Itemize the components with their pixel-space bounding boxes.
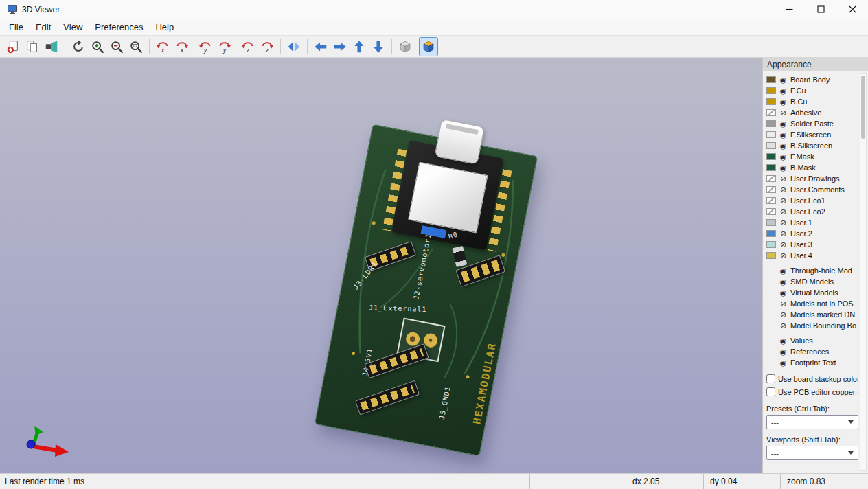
layer-color-swatch[interactable] [766, 87, 776, 94]
visibility-eye-icon[interactable]: ◉ [779, 337, 788, 345]
raytracing-render-button[interactable] [42, 37, 61, 56]
visibility-eye-icon[interactable]: ⊘ [779, 299, 788, 308]
layer-color-swatch[interactable] [766, 76, 776, 83]
layer-color-swatch[interactable] [766, 98, 776, 105]
layer-row[interactable]: ⊘ Adhesive [766, 107, 858, 118]
layer-color-swatch[interactable] [766, 109, 776, 116]
rotate-z-cw-button[interactable]: z [258, 37, 277, 56]
rotate-y-cw-button[interactable]: y [215, 37, 234, 56]
model-row[interactable]: ◉ Through-hole Mod [766, 265, 858, 276]
minimize-button[interactable] [773, 0, 805, 19]
menu-edit[interactable]: Edit [30, 20, 57, 34]
layer-row[interactable]: ◉ Solder Paste [766, 118, 858, 129]
panel-scrollbar[interactable] [860, 73, 867, 471]
rotate-x-ccw-button[interactable]: x [153, 37, 172, 56]
zoom-fit-button[interactable] [126, 37, 146, 56]
viewports-select[interactable]: --- [766, 446, 858, 460]
visibility-eye-icon[interactable]: ⊘ [779, 310, 788, 319]
visibility-eye-icon[interactable]: ⊘ [779, 321, 788, 330]
visibility-eye-icon[interactable]: ◉ [779, 98, 788, 106]
layer-row[interactable]: ◉ Board Body [766, 74, 858, 85]
text-layer-row[interactable]: ◉ Footprint Text [766, 357, 858, 368]
layer-color-swatch[interactable] [766, 164, 776, 171]
layer-color-swatch[interactable] [766, 219, 776, 226]
visibility-eye-icon[interactable]: ⊘ [779, 174, 788, 183]
layer-row[interactable]: ⊘ User.2 [766, 228, 858, 239]
layer-row[interactable]: ◉ F.Silkscreen [766, 129, 858, 140]
layer-row[interactable]: ◉ F.Mask [766, 151, 858, 162]
visibility-eye-icon[interactable]: ◉ [779, 277, 788, 286]
flip-board-button[interactable] [284, 37, 304, 56]
menu-view[interactable]: View [57, 20, 89, 34]
layer-row[interactable]: ◉ F.Cu [766, 85, 858, 96]
stackup-colors-checkbox[interactable] [766, 374, 775, 383]
reload-board-button[interactable] [69, 37, 88, 56]
layer-color-swatch[interactable] [766, 120, 776, 127]
visibility-eye-icon[interactable]: ⊘ [779, 196, 788, 205]
export-image-button[interactable] [3, 37, 23, 56]
close-button[interactable] [836, 0, 868, 19]
visibility-eye-icon[interactable]: ◉ [779, 76, 788, 84]
maximize-button[interactable] [805, 0, 836, 19]
menu-help[interactable]: Help [149, 20, 180, 34]
model-row[interactable]: ◉ Virtual Models [766, 287, 858, 298]
visibility-eye-icon[interactable]: ⊘ [779, 207, 788, 216]
layer-row[interactable]: ⊘ User.3 [766, 239, 858, 250]
move-up-button[interactable] [350, 37, 369, 56]
visibility-eye-icon[interactable]: ◉ [779, 130, 788, 139]
visibility-eye-icon[interactable]: ◉ [779, 359, 788, 367]
viewport-3d[interactable]: R0 J3-LDR1 J2-servomotor1 J1_External1 J… [0, 58, 762, 473]
layer-color-swatch[interactable] [766, 175, 776, 182]
model-row[interactable]: ◉ SMD Models [766, 276, 858, 287]
visibility-eye-icon[interactable]: ◉ [779, 266, 788, 275]
visibility-eye-icon[interactable]: ◉ [779, 152, 788, 161]
perspective-projection-button[interactable] [419, 37, 438, 56]
text-layer-row[interactable]: ◉ References [766, 346, 858, 357]
layer-color-swatch[interactable] [766, 142, 776, 149]
layer-row[interactable]: ◉ B.Mask [766, 162, 858, 173]
visibility-eye-icon[interactable]: ⊘ [779, 109, 788, 117]
model-row[interactable]: ⊘ Models not in POS [766, 298, 858, 309]
layer-row[interactable]: ⊘ User.Comments [766, 184, 858, 195]
visibility-eye-icon[interactable]: ◉ [779, 288, 788, 297]
layer-row[interactable]: ◉ B.Silkscreen [766, 140, 858, 151]
model-row[interactable]: ⊘ Model Bounding Bo [766, 320, 858, 331]
rotate-y-ccw-button[interactable]: y [196, 37, 215, 56]
presets-select[interactable]: --- [766, 415, 858, 429]
visibility-eye-icon[interactable]: ◉ [779, 141, 788, 150]
layer-color-swatch[interactable] [766, 197, 776, 204]
zoom-out-button[interactable] [107, 37, 126, 56]
layer-row[interactable]: ⊘ User.Drawings [766, 173, 858, 184]
rotate-x-cw-button[interactable]: x [172, 37, 192, 56]
visibility-eye-icon[interactable]: ⊘ [779, 229, 788, 238]
move-down-button[interactable] [369, 37, 388, 56]
layer-row[interactable]: ⊘ User.Eco1 [766, 195, 858, 206]
layer-row[interactable]: ◉ B.Cu [766, 96, 858, 107]
layer-color-swatch[interactable] [766, 241, 776, 248]
layer-color-swatch[interactable] [766, 131, 776, 138]
copper-colors-checkbox[interactable] [766, 387, 775, 396]
visibility-eye-icon[interactable]: ◉ [779, 87, 788, 95]
visibility-eye-icon[interactable]: ⊘ [779, 240, 788, 249]
orthographic-projection-button[interactable] [396, 37, 415, 56]
zoom-in-button[interactable] [88, 37, 107, 56]
move-left-button[interactable] [311, 37, 330, 56]
visibility-eye-icon[interactable]: ⊘ [779, 251, 788, 260]
menu-preferences[interactable]: Preferences [89, 20, 149, 34]
layer-row[interactable]: ⊘ User.1 [766, 217, 858, 228]
visibility-eye-icon[interactable]: ◉ [779, 348, 788, 356]
text-layer-row[interactable]: ◉ Values [766, 335, 858, 346]
visibility-eye-icon[interactable]: ◉ [779, 163, 788, 172]
layer-color-swatch[interactable] [766, 230, 776, 237]
model-row[interactable]: ⊘ Models marked DN [766, 309, 858, 320]
layer-row[interactable]: ⊘ User.Eco2 [766, 206, 858, 217]
menu-file[interactable]: File [3, 20, 30, 34]
visibility-eye-icon[interactable]: ⊘ [779, 218, 788, 227]
layer-color-swatch[interactable] [766, 208, 776, 215]
layer-color-swatch[interactable] [766, 186, 776, 193]
visibility-eye-icon[interactable]: ◉ [779, 120, 788, 128]
copy-button[interactable] [23, 37, 42, 56]
layer-color-swatch[interactable] [766, 252, 776, 259]
layer-row[interactable]: ⊘ User.4 [766, 250, 858, 261]
visibility-eye-icon[interactable]: ⊘ [779, 185, 788, 194]
